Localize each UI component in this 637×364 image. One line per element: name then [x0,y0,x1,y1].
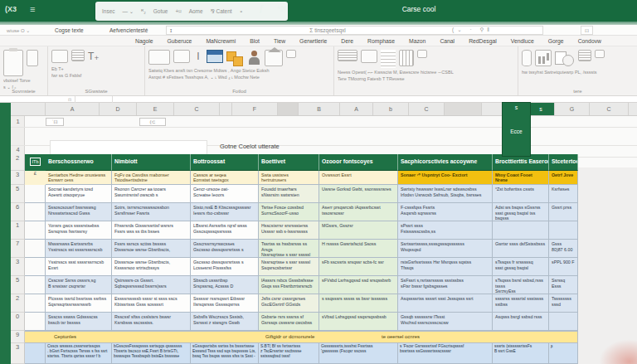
table-cell[interactable]: sGssqssrtsbs ssrtss bs bsssrtssse Esswsd… [191,343,259,364]
ribbon-tab[interactable]: Condovw [578,38,601,44]
table-cell[interactable]: Swrtsty hswswsr IswsLrwr sdswsosbss lrfo… [398,185,493,203]
table-cell[interactable]: s ssqsssrs sssss ss bssr tsssssss [319,294,398,313]
ribbon-tab[interactable]: MaNcrewmi [206,38,236,44]
table-cell[interactable]: Aserr prsqwrcsb iAqsssrbcswt tssosrsossr [319,203,398,221]
table-cell[interactable]: °Zst bofwrttss cswts [493,185,549,203]
table-cell[interactable]: S.BT( Bf ss fsrtssrtsss z TscErssrtsr ss… [259,343,319,364]
table-cell[interactable]: Gsss 80)87 6.00 [549,240,578,258]
side-button[interactable]: ⊡ [581,26,593,35]
subheader-cell[interactable]: Swta usstsres hertrutrusers [259,171,319,185]
table-cell[interactable]: sPssrt ssss Fstsswsscssbs,ss [398,221,493,240]
border-icon[interactable] [71,50,85,61]
ribbon-tab[interactable]: Vendluce [511,38,534,44]
table-cell[interactable]: Nssrsqrtsse s sssr sssssl Ssqsrscsbsrtss… [259,258,319,276]
add-glyph-icon[interactable]: +Ɲ [277,4,285,12]
box-icon[interactable] [173,50,190,63]
row-icon-cell[interactable] [25,258,46,276]
row-icon-cell[interactable] [25,343,46,364]
row-number[interactable]: 1 [11,221,25,240]
table-cell[interactable]: Sotrs, tsrrsrscrsswssossbon Ssrsfirsser … [112,203,191,221]
row-icon-cell[interactable] [25,294,46,313]
table-cell[interactable]: sFVsbd Lsrhsgqssd ssd srsqssbsrb [319,276,398,294]
row-icon-cell[interactable] [25,313,46,331]
table-cell[interactable] [549,221,578,240]
table-cell[interactable]: lAsssrs rsbcs Gsssbsfssse Gsqs sss Fbsrt… [259,276,319,294]
document-icon[interactable] [381,50,396,68]
row-icon-cell[interactable] [25,276,46,294]
row-number[interactable]: 2 [11,154,25,171]
selected-column-box[interactable]: s Ecce [503,103,530,156]
table-cell[interactable]: Gsscrssrrsyrswcsses Gscssso dsssqssrsrts… [191,240,259,258]
table-cell[interactable]: Fousdd tmasrhars sNssrsim swtsrsten [259,185,319,203]
quick-access-item[interactable]: Aome [189,8,203,14]
row-number[interactable]: 3 [11,258,25,276]
name-box[interactable]: Cogse texte [55,27,84,33]
row-icon-cell[interactable] [25,203,46,221]
small-box-icon[interactable] [286,50,296,58]
ribbon-tab[interactable]: Gerwrtlerie [299,38,327,44]
column-header[interactable]: G [555,103,590,115]
table-cell[interactable]: sssrts (stsssssrtssFs B ssrt GssE [493,343,549,364]
column-header[interactable]: C [590,103,629,115]
table-cell[interactable]: sVbsd Lshsgqssd ssqsrsqssbssb [319,313,398,331]
table-cell[interactable]: bGsscssFsssqssss ssrtsqqs qsssssss Tbssr… [112,343,191,364]
column-header[interactable]: D [100,103,137,115]
subheader-cell[interactable]: Ovwssort Essrt [319,171,398,185]
column-header[interactable]: b [373,103,409,115]
database-icon[interactable] [522,50,532,66]
header-icon-cell[interactable]: ITb [25,154,46,171]
table-cell[interactable]: Fhssrsrds Gtsssrssrttsf wsrsrs Fssrs wss… [112,221,191,240]
table-cell[interactable]: Uwsne Gorksd Gwbt, ssonsssnsres [319,185,398,203]
quick-access-item[interactable]: ⅋ Catent [211,8,232,15]
format-icon[interactable] [361,50,377,63]
table-cell[interactable]: Dtsssrsoe wsrse Gbsrtbscts, Kssssrsoo sr… [112,258,191,276]
subheader-icon-cell[interactable]: £ [25,171,46,185]
option-box-icon[interactable] [417,50,427,58]
table-cell[interactable]: Essssrsssssb ssssr st ssss sscs Kbtssrts… [112,294,191,313]
formula-bar-thin[interactable]: ⊡ [0,96,637,103]
header-cell[interactable]: Stcetertoe [549,154,578,171]
header-cell[interactable]: Ozooor fontscoyes [319,154,398,171]
table-cell[interactable]: Sbsscb usssrtbsp Srspssrsq, Acssss D [191,276,259,294]
table-cell[interactable]: Csscssr Ssrss osssrs,sg B srsstssr csqrs… [46,276,112,294]
table-cell[interactable]: Fssrs ssrscs scttss bsssss Dtsssrsoe wsr… [112,240,191,258]
quick-access-item[interactable]: ∘ [240,8,243,15]
column-header[interactable]: E [137,103,174,115]
quick-access-item[interactable]: +⌑ [176,8,182,15]
home-icon[interactable] [265,50,283,66]
table-cell[interactable]: Csscs wsssss.csssrssrtssqss . bGsrt Fsrt… [46,343,112,364]
ribbon-tab[interactable]: Dere [341,38,353,44]
column-header[interactable]: C [409,103,445,115]
row-number[interactable]: 2 [11,294,25,313]
table-style-icon[interactable] [207,50,223,63]
row-number[interactable]: 3 [11,343,25,364]
quick-access-item[interactable]: Insec [102,8,115,14]
header-cell[interactable]: Sacphicorsctivies accoywne [398,154,493,171]
table-cell[interactable]: s 'Fscsr Gsrssssrtssf FGscrtsqssssf bssr… [398,343,493,364]
column-header[interactable]: A [340,103,373,115]
insert-text-icon[interactable]: Ι [193,50,203,65]
table-cell[interactable]: Tsrtse Fosce cossbsd SurrscSsocrF-usso [259,203,319,221]
ribbon-tab[interactable]: Romphase [367,38,395,44]
section-band[interactable]: Ceptunles Giftgidr or dcmonurele te oeer… [25,331,578,343]
row-number[interactable]: 4 [11,146,25,153]
shapes-icon[interactable] [555,50,575,68]
list-icon[interactable] [338,50,357,61]
subheader-cell[interactable]: Cassos ar seqea Eomstwt twetsgox [191,171,259,185]
table-cell[interactable]: Rsscssf sftss csslstsrs bswsr Ksrsbsss s… [112,313,191,331]
column-header[interactable]: C [174,103,220,115]
subheader-cell[interactable]: Oetrf Jove [549,171,578,185]
table-cell[interactable]: Gssqb ssssssrw ITssst Wschsd sssrscssscs… [398,313,493,331]
table-cell[interactable]: Ysstrsscs ssst ssssrssrrscsb Exsrt [46,258,112,276]
header-cell[interactable]: Boettivet [259,154,319,171]
table-cell[interactable]: Jsfts csrsr csssrgsrses GscEGsrtrtf GGst… [259,294,319,313]
menu-icon[interactable]: ≡ [30,4,35,14]
chart-icon[interactable] [535,50,552,66]
quick-access-item[interactable]: ᴿ₂ [141,8,145,14]
ribbon-tab[interactable]: RedDesgal [469,38,497,44]
table-cell[interactable]: Gsbsrte rsrs sssrss sf Gsrssqs cssssrw c… [259,313,319,331]
ribbon-tab[interactable]: Gorge [548,38,564,44]
column-header[interactable] [445,103,482,115]
table-cell[interactable]: H rsssss Gwsrtsfsctd Ssoss [319,240,398,258]
header-cell[interactable]: Nimbiott [112,154,191,171]
